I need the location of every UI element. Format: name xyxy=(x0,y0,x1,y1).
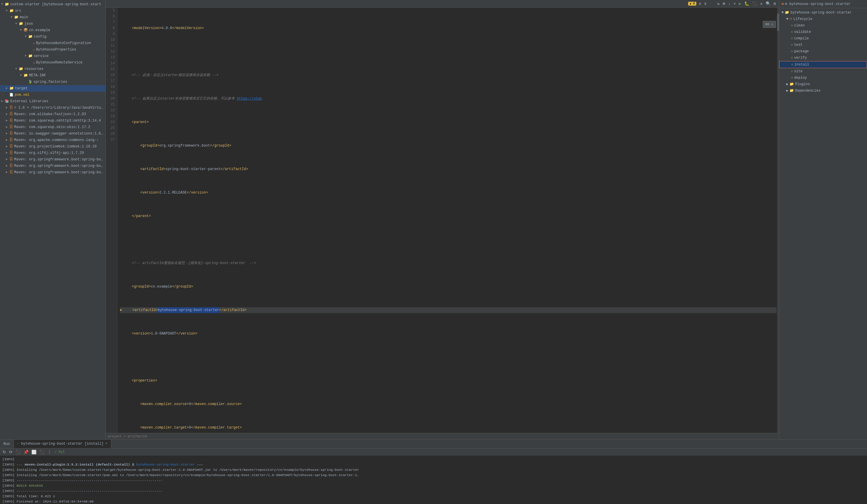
add-icon[interactable]: + xyxy=(733,1,736,7)
expand-icon[interactable]: ∧ xyxy=(698,1,702,7)
tree-main[interactable]: ▼ 📁 main xyxy=(0,14,105,21)
pom-icon: 📄 xyxy=(9,92,13,98)
tree-fastjson[interactable]: ▶ 🗄 Maven: com.alibaba:fastjson:1.2.83 xyxy=(0,111,105,117)
install-tab[interactable]: ✓ bytehouse-spring-boot-starter [install… xyxy=(14,440,111,448)
run-icon[interactable]: ▶ xyxy=(738,1,742,7)
collapse-console-button[interactable]: ⬜ xyxy=(31,449,37,455)
tree-slf4j[interactable]: ▶ 🗄 Maven: org.slf4j:slf4j-api:1.7.29 xyxy=(0,150,105,156)
stop-icon[interactable]: ⬛ xyxy=(752,1,758,7)
run-tab[interactable]: Run xyxy=(0,440,14,448)
maven-deploy[interactable]: ⚙ deploy xyxy=(779,75,867,81)
pin-button[interactable]: 📌 xyxy=(23,449,29,455)
project-tree[interactable]: ▼ 📁 custom-starter [bytehouse-spring-boo… xyxy=(0,0,106,439)
settings-icon[interactable]: ⚙ xyxy=(773,1,777,7)
tree-service[interactable]: ▼ 📁 service xyxy=(0,53,105,59)
bottom-tabs: Run ✓ bytehouse-spring-boot-starter [ins… xyxy=(0,440,867,449)
code-line-14 xyxy=(120,237,777,243)
tree-okio[interactable]: ▶ 🗄 Maven: com.squareup.okio:okio:1.17.2 xyxy=(0,124,105,130)
maven-test[interactable]: ⚙ test xyxy=(779,42,867,48)
tree-target[interactable]: ▶ 📁 target xyxy=(0,85,105,92)
tree-meta-inf[interactable]: ▼ 📁 META-INF xyxy=(0,72,105,79)
tree-resources[interactable]: ▼ 📁 resources xyxy=(0,66,105,72)
java-props-icon: ☕ xyxy=(33,47,35,53)
maven-dependencies[interactable]: ▶ 📁 Dependencies xyxy=(779,87,867,94)
tree-lombok[interactable]: ▶ 🗄 Maven: org.projectlombok:lombok:1.18… xyxy=(0,143,105,150)
tree-spring-factories[interactable]: 🍃 spring.factories xyxy=(0,79,105,85)
maven-validate[interactable]: ⚙ validate xyxy=(779,29,867,35)
tree-src[interactable]: ▼ 📁 src xyxy=(0,8,105,14)
maven-clean[interactable]: ⚙ clean xyxy=(779,22,867,29)
collapse-icon[interactable]: ∨ xyxy=(704,1,707,7)
bottom-toolbar: ↻ ⟳ ⬛ 📌 ⬜ ⬛ ⋮ ✓ byt xyxy=(0,449,867,455)
tree-root[interactable]: ▼ 📁 custom-starter [bytehouse-spring-boo… xyxy=(0,1,105,8)
inline-tooltip: R8 ✕ xyxy=(763,21,776,28)
maven-lifecycle[interactable]: ▼ ⟳ Lifecycle xyxy=(779,16,867,22)
maven-install[interactable]: ⚙ install xyxy=(779,61,867,68)
tree-jdk[interactable]: ▶ 🗄 < 1.8 > /Users/xrz/Library/Java/Java… xyxy=(0,105,105,111)
tree-okhttp[interactable]: ▶ 🗄 Maven: com.squareup.okhttp3:okhttp:3… xyxy=(0,117,105,124)
search-editor-icon[interactable]: 🔍 xyxy=(765,1,771,7)
debug-icon[interactable]: 🐛 xyxy=(743,1,750,7)
tree-properties[interactable]: ☕ BytehouseProperties xyxy=(0,46,105,53)
tree-pom-xml[interactable]: 📄 pom.xml xyxy=(0,92,105,98)
code-line-9: <parent> xyxy=(120,119,777,125)
code-line-20: <properties> xyxy=(120,378,777,384)
tree-spring1[interactable]: ▶ 🗄 Maven: org.springframework.boot:spri… xyxy=(0,156,105,163)
tree-remote-service[interactable]: ☕ BytehouseRemoteService xyxy=(0,59,105,66)
maven-tree[interactable]: ▼ 📁 bytehouse-spring-boot-starter ▼ ⟳ Li… xyxy=(779,8,867,439)
rerun-button[interactable]: ⟳ xyxy=(8,449,13,455)
maven-package[interactable]: ⚙ package xyxy=(779,48,867,55)
maven-site[interactable]: ⚙ site xyxy=(779,68,867,75)
phase-icon-validate: ⚙ xyxy=(791,29,793,35)
phase-icon-install: ⚙ xyxy=(791,62,793,67)
code-line-13: </parent> xyxy=(120,213,777,219)
maven-plugins[interactable]: ▶ 📁 Plugins xyxy=(779,81,867,87)
tree-spring3[interactable]: ▶ 🗄 Maven: org.springframework.boot:spri… xyxy=(0,169,105,176)
maven-compile[interactable]: ⚙ compile xyxy=(779,35,867,42)
warning-badge[interactable]: ▲ 6 xyxy=(688,2,696,6)
scrollbar-thumb[interactable] xyxy=(777,13,779,31)
refresh-icon[interactable]: ↻ xyxy=(717,1,720,7)
restart-button[interactable]: ↻ xyxy=(2,449,7,455)
tree-commons[interactable]: ▶ 🗄 Maven: org.apache.commons:commons-la… xyxy=(0,137,105,143)
editor-content[interactable]: R8 ✕ 5 6 7 8 9 10 11 12 13 14 15 16 17 1… xyxy=(106,8,779,433)
phase-icon-test: ⚙ xyxy=(791,42,793,47)
tree-spring2[interactable]: ▶ 🗄 Maven: org.springframework.boot:spri… xyxy=(0,163,105,169)
tree-java[interactable]: ▼ 📁 java xyxy=(0,21,105,27)
download-icon[interactable]: ↓ xyxy=(728,1,731,7)
tree-swagger[interactable]: ▶ 🗄 Maven: io.swagger:swagger-annotation… xyxy=(0,130,105,137)
tooltip-text: R8 xyxy=(766,23,769,26)
maven-root-item[interactable]: ▼ 📁 bytehouse-spring-boot-starter xyxy=(779,9,867,16)
install-tab-close[interactable]: × xyxy=(105,442,107,446)
maven-root-icon: 📁 xyxy=(785,10,789,15)
ext-libs-icon: 📚 xyxy=(5,98,9,104)
log-line-1: [INFO] xyxy=(2,457,865,462)
code-line-12: <version>2.2.1.RELEASE</version> xyxy=(120,190,777,196)
tree-cn-example[interactable]: ▼ 📦 cn.example xyxy=(0,27,105,33)
log-line-3: [INFO] Installing /Users/Work/Demo/custo… xyxy=(2,467,865,473)
install-status-icon: ✓ xyxy=(17,441,19,446)
code-line-11: <artifactId>spring-boot-starter-parent</… xyxy=(120,166,777,172)
tree-auto-config[interactable]: ☕ BytehouseAutoConfiguration xyxy=(0,40,105,46)
code-view[interactable]: <modelVersion>4.0.0</modelVersion> <!-- … xyxy=(117,8,779,433)
tree-external-libs[interactable]: ▶ 📚 External Libraries xyxy=(0,98,105,105)
files-icon[interactable]: ⊞ xyxy=(722,1,726,7)
breadcrumb-text: project > artifactId xyxy=(108,435,147,438)
expand-console-button[interactable]: ⬛ xyxy=(39,449,45,455)
java-file-icon: ☕ xyxy=(33,40,35,46)
code-line-7: <!-- 必须：自定义starter都应该继承自该依赖 --> xyxy=(120,72,777,78)
code-line-19 xyxy=(120,354,777,360)
maven-header: m m bytehouse-spring-boot-starter xyxy=(779,0,867,8)
jar-icon-5: 🗄 xyxy=(9,137,13,143)
stop-console-button[interactable]: ⬛ xyxy=(15,449,21,455)
config-icon: 📁 xyxy=(28,34,33,40)
more-icon[interactable]: ✕ xyxy=(760,1,763,7)
tree-config[interactable]: ▼ 📁 config xyxy=(0,33,105,40)
maven-verify[interactable]: ⚙ verify xyxy=(779,55,867,61)
console-status-label: byt xyxy=(58,450,65,454)
log-line-6: [INFO] BUILD SUCCESS xyxy=(2,483,865,489)
project-icon: 📁 xyxy=(5,1,9,7)
jar-icon-8: 🗄 xyxy=(9,157,13,162)
tooltip-close-button[interactable]: ✕ xyxy=(771,22,773,27)
resources-icon: 📁 xyxy=(19,66,23,72)
